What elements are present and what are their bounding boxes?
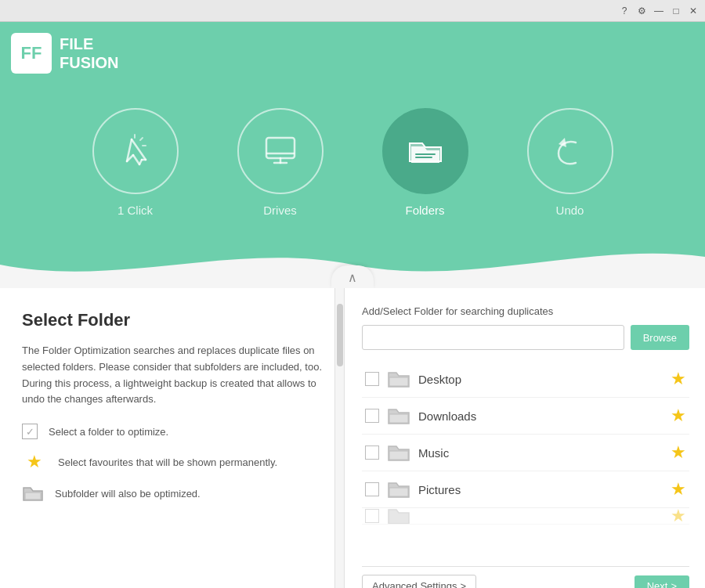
advanced-settings-chevron: > [460,580,466,588]
folder-item-music: Music ★ [362,435,689,471]
folder-item-desktop: Desktop ★ [362,361,689,398]
svg-rect-15 [389,377,408,386]
mode-label-folders: Folders [405,204,444,217]
collapse-toggle[interactable]: ∧ [331,265,374,288]
left-scroll-thumb[interactable] [337,304,343,366]
bottom-bar: Advanced Settings > Next > [362,566,689,588]
folder-item-pictures: Pictures ★ [362,471,689,508]
folder-icon-partial [387,508,410,525]
search-row: Browse [362,325,689,350]
folder-legend-icon [22,485,44,502]
svg-rect-18 [389,488,408,496]
folder-checkbox-downloads[interactable] [365,409,379,423]
mode-label-drives: Drives [263,204,297,217]
folder-name-pictures: Pictures [418,483,663,496]
help-button[interactable]: ? [616,2,633,20]
folder-icon-music [387,443,410,462]
mode-item-one-click[interactable]: 1 Click [92,108,179,217]
right-panel: Add/Select Folder for searching duplicat… [345,288,705,588]
svg-rect-17 [389,451,408,460]
advanced-settings-button[interactable]: Advanced Settings > [362,575,476,588]
folder-checkbox-music[interactable] [365,446,379,460]
next-button[interactable]: Next > [634,575,689,588]
mode-circle-folders [382,108,468,194]
mode-label-undo: Undo [556,204,584,217]
main-content: Select Folder The Folder Optimization se… [0,288,705,588]
folder-item-partial: ★ [362,508,689,525]
logo-box: FF [11,33,52,74]
left-scroll-track[interactable] [334,288,344,588]
legend-folder-text: Subfolder will also be optimized. [55,488,201,500]
legend-checkbox-text: Select a folder to optimize. [49,426,168,438]
legend-star: ★ Select favourites that will be shown p… [22,452,325,472]
minimize-button[interactable]: — [650,2,667,20]
star-legend-icon: ★ [22,452,47,472]
mode-item-drives[interactable]: Drives [237,108,324,217]
logo-area: FF FILEFUSION [11,33,119,74]
mode-icons-row: 1 Click Drives [0,108,705,217]
folder-checkbox-desktop[interactable] [365,372,379,386]
next-chevron: > [671,580,677,588]
folder-checkbox-partial[interactable] [365,509,379,523]
left-panel-description: The Folder Optimization searches and rep… [22,343,325,408]
star-icon-music[interactable]: ★ [671,442,686,463]
chevron-up-icon: ∧ [348,270,357,285]
mode-circle-drives [237,108,324,194]
mode-circle-one-click [92,108,179,194]
star-icon-downloads[interactable]: ★ [671,406,686,426]
svg-line-2 [133,155,139,164]
close-button[interactable]: ✕ [685,2,702,20]
folder-icon-downloads [387,406,410,425]
checkbox-legend-icon: ✓ [22,424,38,439]
logo-letters: FF [21,43,42,63]
legend-star-text: Select favourites that will be shown per… [58,456,277,468]
folder-name-desktop: Desktop [418,373,663,386]
folder-search-input[interactable] [362,325,624,350]
legend-checkbox: ✓ Select a folder to optimize. [22,424,325,439]
folder-icon-pictures [387,480,410,499]
app-name: FILEFUSION [60,34,119,72]
folder-item-downloads: Downloads ★ [362,398,689,435]
next-label: Next [647,580,668,588]
left-panel: Select Folder The Folder Optimization se… [0,288,345,588]
folder-checkbox-pictures[interactable] [365,482,379,496]
svg-rect-16 [389,414,408,423]
folder-icon-desktop [387,370,410,388]
folder-name-music: Music [418,446,663,460]
folder-list: Desktop ★ Downloads ★ Musi [362,361,689,561]
mode-item-folders[interactable]: Folders [382,108,468,217]
svg-line-7 [140,138,143,140]
advanced-settings-label: Advanced Settings [372,580,457,588]
mode-item-undo[interactable]: Undo [527,108,613,217]
svg-rect-9 [266,138,295,158]
header: FF FILEFUSION [0,22,705,288]
left-panel-title: Select Folder [22,310,325,330]
browse-button[interactable]: Browse [631,325,689,350]
mode-label-one-click: 1 Click [118,204,153,217]
star-icon-desktop[interactable]: ★ [671,369,686,389]
maximize-button[interactable]: □ [667,2,685,20]
titlebar: ? ⚙ — □ ✕ [0,0,705,22]
right-panel-title: Add/Select Folder for searching duplicat… [362,305,689,317]
star-icon-partial: ★ [671,508,686,525]
settings-button[interactable]: ⚙ [633,2,650,20]
mode-circle-undo [527,108,613,194]
folder-name-downloads: Downloads [418,409,663,423]
legend-folder: Subfolder will also be optimized. [22,485,325,502]
star-icon-pictures[interactable]: ★ [671,479,686,500]
